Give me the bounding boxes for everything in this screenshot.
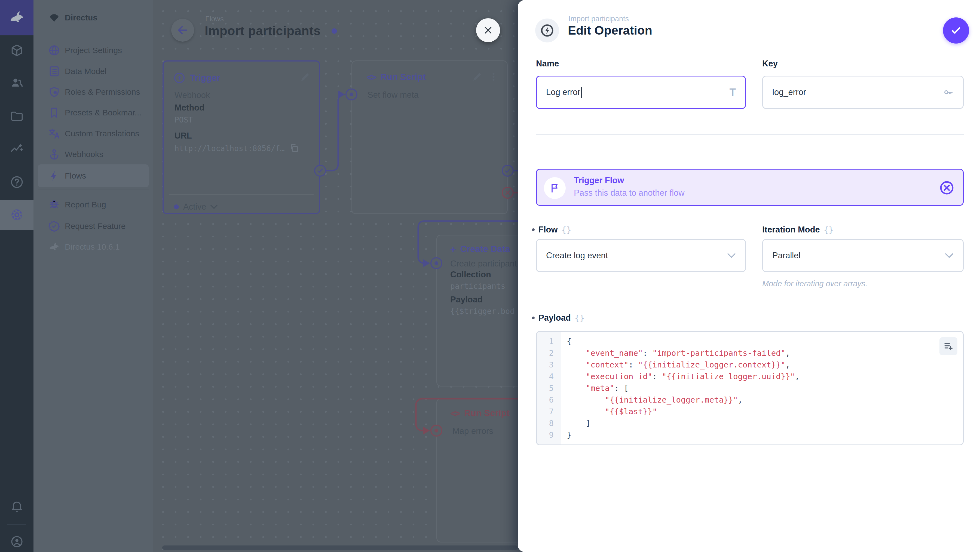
close-icon	[483, 25, 493, 35]
edited-dot-icon	[532, 317, 535, 319]
remove-trigger-flow-button[interactable]	[939, 180, 955, 196]
iteration-label-text: Iteration Mode	[762, 225, 820, 235]
flag-chip	[544, 177, 566, 199]
code-text: "event_name": "import-participants-faile…	[561, 347, 790, 359]
name-input[interactable]: Log error T	[536, 76, 746, 109]
code-text: "context": "{{initialize_logger.context}…	[561, 359, 790, 371]
name-field-label: Name	[536, 59, 559, 68]
app-root: Flows Import participants Trigger Webhoo…	[0, 0, 980, 552]
run-script-input-node	[345, 89, 358, 100]
x-icon	[505, 190, 511, 196]
banner-subtitle: Pass this data to another flow	[574, 188, 685, 198]
operation-type-chip	[535, 19, 559, 43]
iteration-mode-field-label: Iteration Mode {}	[762, 225, 834, 235]
section-divider	[536, 134, 964, 135]
iteration-mode-note: Mode for iterating over arrays.	[762, 279, 867, 288]
iteration-mode-select[interactable]: Parallel	[762, 239, 964, 272]
radio-dot-icon	[434, 261, 438, 265]
code-line: 8 ]	[537, 418, 963, 429]
radio-dot-icon	[434, 429, 438, 433]
line-number: 4	[537, 371, 561, 382]
edit-operation-drawer: Import participants Edit Operation Name …	[518, 0, 980, 552]
code-text: "{{$last}}"	[561, 406, 657, 418]
flow-field-label: Flow {}	[532, 225, 571, 235]
map-errors-input-node	[430, 425, 442, 437]
check-icon	[317, 167, 323, 174]
code-line: 6 "{{initialize_logger.meta}}",	[537, 394, 963, 406]
code-text: "meta": [	[561, 382, 628, 394]
code-text: {	[561, 336, 571, 347]
name-label-text: Name	[536, 59, 559, 68]
text-caret	[581, 87, 582, 98]
banner-title: Trigger Flow	[574, 175, 624, 185]
bolt-circle-icon	[540, 24, 554, 38]
flow-label-text: Flow	[538, 225, 558, 235]
trigger-flow-banner[interactable]: Trigger Flow Pass this data to another f…	[536, 169, 964, 206]
edited-dot-icon	[532, 228, 535, 231]
line-number: 3	[537, 359, 561, 371]
code-line: 3 "context": "{{initialize_logger.contex…	[537, 359, 963, 371]
drawer-breadcrumb[interactable]: Import participants	[568, 15, 629, 23]
iteration-select-value: Parallel	[772, 251, 800, 261]
line-number: 5	[537, 382, 561, 394]
save-button[interactable]	[943, 17, 969, 43]
close-flow-editor-button[interactable]	[476, 18, 500, 42]
flow-select-value: Create log event	[546, 251, 608, 261]
run-script-resolve-node	[502, 165, 514, 177]
code-line: 2 "event_name": "import-participants-fai…	[537, 347, 963, 359]
code-line: 4 "execution_id": "{{initialize_logger.u…	[537, 371, 963, 382]
create-data-input-node	[430, 257, 442, 269]
run-script-reject-node	[502, 187, 514, 199]
code-line: 5 "meta": [	[537, 382, 963, 394]
drawer-title: Edit Operation	[568, 24, 652, 38]
title-format-icon[interactable]: T	[730, 87, 736, 98]
key-input-value: log_error	[772, 87, 806, 97]
line-number: 8	[537, 418, 561, 429]
key-icon	[943, 87, 954, 98]
code-text: "{{initialize_logger.meta}}",	[561, 394, 743, 406]
line-number: 7	[537, 406, 561, 418]
key-field-label: Key	[762, 59, 778, 68]
code-text: ]	[561, 418, 590, 429]
circle-x-icon	[939, 180, 955, 196]
payload-field-label: Payload {}	[532, 313, 584, 323]
name-input-value: Log error	[546, 87, 581, 97]
code-line: 7 "{{$last}}"	[537, 406, 963, 418]
flag-icon	[549, 183, 560, 194]
radio-dot-icon	[350, 92, 353, 96]
code-text: }	[561, 429, 571, 441]
code-line: 9}	[537, 429, 963, 441]
expand-editor-button[interactable]	[939, 337, 958, 355]
key-input[interactable]: log_error	[762, 76, 964, 109]
check-icon	[950, 24, 962, 37]
chevron-down-icon	[727, 253, 736, 258]
payload-label-text: Payload	[538, 313, 571, 323]
payload-code-editor[interactable]: 1{ 2 "event_name": "import-participants-…	[536, 331, 964, 445]
line-number: 1	[537, 336, 561, 347]
key-label-text: Key	[762, 59, 778, 68]
chevron-down-icon	[945, 253, 954, 258]
line-number: 2	[537, 347, 561, 359]
trigger-resolve-node	[314, 165, 326, 177]
raw-value-icon[interactable]: {}	[562, 225, 571, 235]
flow-select[interactable]: Create log event	[536, 239, 746, 272]
editor-rows: 1{ 2 "event_name": "import-participants-…	[537, 336, 963, 441]
raw-value-icon[interactable]: {}	[575, 313, 584, 323]
line-number: 9	[537, 429, 561, 441]
check-icon	[504, 167, 511, 174]
code-line: 1{	[537, 336, 963, 347]
line-number: 6	[537, 394, 561, 406]
list-plus-icon	[943, 341, 954, 352]
raw-value-icon[interactable]: {}	[824, 225, 834, 235]
code-text: "execution_id": "{{initialize_logger.uui…	[561, 371, 800, 382]
